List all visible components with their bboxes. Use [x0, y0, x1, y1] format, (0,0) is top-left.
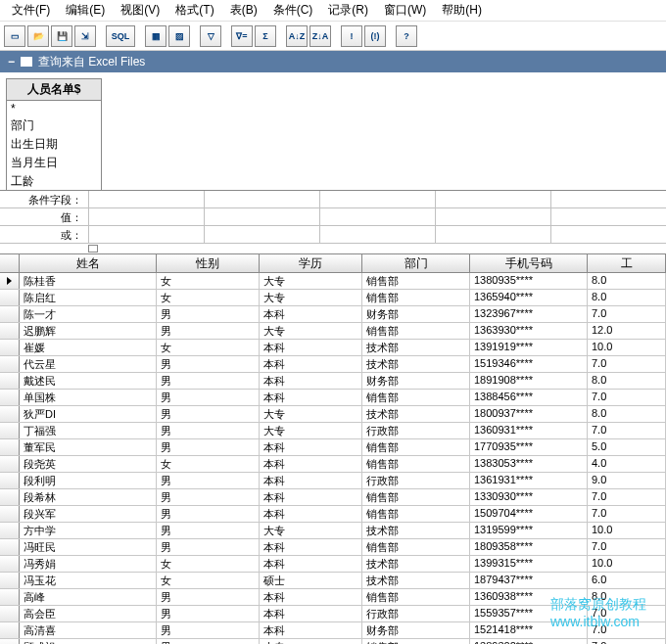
- field-item[interactable]: 当月生日: [7, 154, 101, 172]
- cell[interactable]: 本科: [260, 589, 362, 605]
- cell[interactable]: 女: [157, 573, 260, 588]
- row-header[interactable]: [0, 373, 20, 389]
- cell[interactable]: 1891908****: [470, 373, 588, 389]
- col-dept[interactable]: 部门: [362, 254, 470, 272]
- cell[interactable]: 1360938****: [470, 589, 588, 605]
- cell[interactable]: 女: [157, 273, 260, 289]
- cell[interactable]: 1389302****: [470, 639, 588, 644]
- cell[interactable]: 男: [157, 439, 260, 455]
- cell[interactable]: 1330930****: [470, 489, 588, 505]
- table-row[interactable]: 董军民男本科销售部1770935****5.0: [0, 439, 666, 456]
- cell[interactable]: 男: [157, 406, 260, 422]
- cell[interactable]: 陈启红: [20, 290, 157, 305]
- table-row[interactable]: 方中学男大专技术部1319599****10.0: [0, 523, 666, 539]
- cell[interactable]: 1879437****: [470, 573, 588, 588]
- cell[interactable]: 销售部: [362, 290, 470, 305]
- table-row[interactable]: 段尧英女本科销售部1383053****4.0: [0, 456, 666, 473]
- cell[interactable]: 技术部: [362, 406, 470, 422]
- row-header[interactable]: [0, 273, 20, 289]
- cell[interactable]: 4.0: [588, 456, 666, 472]
- cell[interactable]: 单国株: [20, 390, 157, 405]
- cell[interactable]: 技术部: [362, 356, 470, 372]
- menu-item[interactable]: 帮助(H): [434, 0, 490, 21]
- splitter-handle[interactable]: [88, 245, 98, 253]
- show-table-icon[interactable]: ▦: [145, 25, 166, 47]
- cell[interactable]: 7.0: [588, 390, 666, 405]
- cell[interactable]: 代云星: [20, 356, 157, 372]
- cell[interactable]: 丁福强: [20, 423, 157, 438]
- cell[interactable]: 本科: [260, 556, 362, 572]
- cell[interactable]: 1361931****: [470, 473, 588, 488]
- table-row[interactable]: 丁福强男大专行政部1360931****7.0: [0, 423, 666, 439]
- row-header[interactable]: [0, 306, 20, 322]
- cell[interactable]: 段尧英: [20, 456, 157, 472]
- table-row[interactable]: 狄严DI男大专技术部1800937****8.0: [0, 406, 666, 423]
- cell[interactable]: 8.0: [588, 290, 666, 305]
- cell[interactable]: 1521418****: [470, 622, 588, 638]
- cell[interactable]: 7.0: [588, 539, 666, 555]
- table-row[interactable]: 高峰男本科销售部1360938****8.0: [0, 589, 666, 606]
- cell[interactable]: 大专: [260, 639, 362, 644]
- cell[interactable]: 技术部: [362, 340, 470, 355]
- cell[interactable]: 男: [157, 489, 260, 505]
- cell[interactable]: 10.0: [588, 523, 666, 538]
- cell[interactable]: 7.0: [588, 356, 666, 372]
- col-name[interactable]: 姓名: [20, 254, 157, 272]
- menu-item[interactable]: 格式(T): [167, 0, 221, 21]
- table-row[interactable]: 戴述民男本科财务部1891908****8.0: [0, 373, 666, 390]
- cell[interactable]: 男: [157, 539, 260, 555]
- cell[interactable]: 段兴军: [20, 506, 157, 522]
- row-header[interactable]: [0, 606, 20, 621]
- table-box[interactable]: 人员名单$ *部门出生日期当月生日工龄入职日期: [6, 78, 102, 192]
- table-row[interactable]: 代云星男本科技术部1519346****7.0: [0, 356, 666, 373]
- cell[interactable]: 财务部: [362, 622, 470, 638]
- menu-item[interactable]: 记录(R): [320, 0, 376, 21]
- cell[interactable]: 1519346****: [470, 356, 588, 372]
- cell[interactable]: 男: [157, 306, 260, 322]
- filter-icon[interactable]: ▽: [200, 25, 221, 47]
- cell[interactable]: 男: [157, 606, 260, 621]
- cell[interactable]: 销售部: [362, 456, 470, 472]
- hide-table-icon[interactable]: ▨: [168, 25, 190, 47]
- menu-item[interactable]: 文件(F): [4, 0, 58, 21]
- cell[interactable]: 7.0: [588, 306, 666, 322]
- col-phone[interactable]: 手机号码: [470, 254, 588, 272]
- cell[interactable]: 10.0: [588, 340, 666, 355]
- cell[interactable]: 7.0: [588, 606, 666, 621]
- cell[interactable]: 大专: [260, 406, 362, 422]
- cell[interactable]: 行政部: [362, 606, 470, 621]
- table-box-title[interactable]: 人员名单$: [7, 79, 101, 101]
- row-header[interactable]: [0, 506, 20, 522]
- cell[interactable]: 1770935****: [470, 439, 588, 455]
- cell[interactable]: 本科: [260, 456, 362, 472]
- cell[interactable]: 本科: [260, 489, 362, 505]
- cell[interactable]: 男: [157, 423, 260, 438]
- menu-item[interactable]: 编辑(E): [58, 0, 113, 21]
- cell[interactable]: 顾成祖: [20, 639, 157, 644]
- cell[interactable]: 1399315****: [470, 556, 588, 572]
- table-row[interactable]: 冯秀娟女本科技术部1399315****10.0: [0, 556, 666, 573]
- help-icon[interactable]: ?: [396, 25, 417, 47]
- cell[interactable]: 7.0: [588, 639, 666, 644]
- cell[interactable]: 高清喜: [20, 622, 157, 638]
- row-header[interactable]: [0, 639, 20, 644]
- menu-item[interactable]: 条件(C): [265, 0, 321, 21]
- cell[interactable]: 6.0: [588, 573, 666, 588]
- row-header[interactable]: [0, 323, 20, 339]
- cell[interactable]: 大专: [260, 523, 362, 538]
- cell[interactable]: 销售部: [362, 323, 470, 339]
- cell[interactable]: 男: [157, 589, 260, 605]
- cell[interactable]: 本科: [260, 340, 362, 355]
- cell[interactable]: 1383053****: [470, 456, 588, 472]
- cell[interactable]: 7.0: [588, 423, 666, 438]
- cell[interactable]: 大专: [260, 423, 362, 438]
- cell[interactable]: 硕士: [260, 573, 362, 588]
- cell[interactable]: 5.0: [588, 439, 666, 455]
- cell[interactable]: 冯玉花: [20, 573, 157, 588]
- cell[interactable]: 1388456****: [470, 390, 588, 405]
- row-header[interactable]: [0, 489, 20, 505]
- collapse-icon[interactable]: −: [8, 55, 15, 69]
- cell[interactable]: 陈桂香: [20, 273, 157, 289]
- row-header[interactable]: [0, 423, 20, 438]
- table-row[interactable]: 迟鹏辉男大专销售部1363930****12.0: [0, 323, 666, 340]
